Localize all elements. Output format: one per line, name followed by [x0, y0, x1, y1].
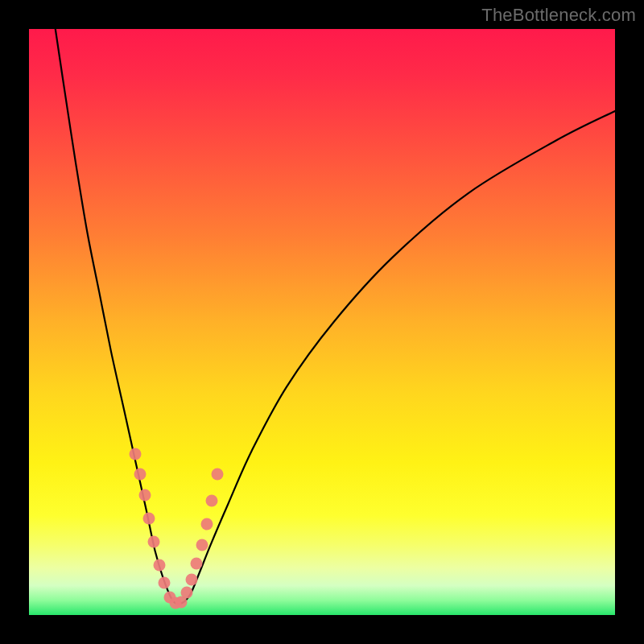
highlight-dot: [153, 559, 165, 572]
highlight-dot: [180, 587, 192, 599]
highlight-dot: [130, 448, 142, 460]
highlight-dot: [200, 518, 213, 530]
highlight-dot: [196, 539, 208, 551]
highlight-dot: [134, 469, 146, 481]
highlight-dot: [191, 557, 203, 569]
chart-frame: TheBottleneck.com: [0, 0, 644, 644]
highlight-dot: [139, 489, 151, 501]
plot-area: [29, 29, 615, 615]
highlight-dot: [212, 469, 224, 481]
highlight-dot: [159, 576, 171, 588]
watermark-text: TheBottleneck.com: [481, 5, 636, 26]
highlight-dot: [186, 574, 198, 586]
highlight-dot: [206, 495, 218, 507]
highlight-dot: [143, 512, 155, 524]
bottleneck-curve: [29, 29, 615, 615]
highlight-dot: [148, 536, 160, 548]
